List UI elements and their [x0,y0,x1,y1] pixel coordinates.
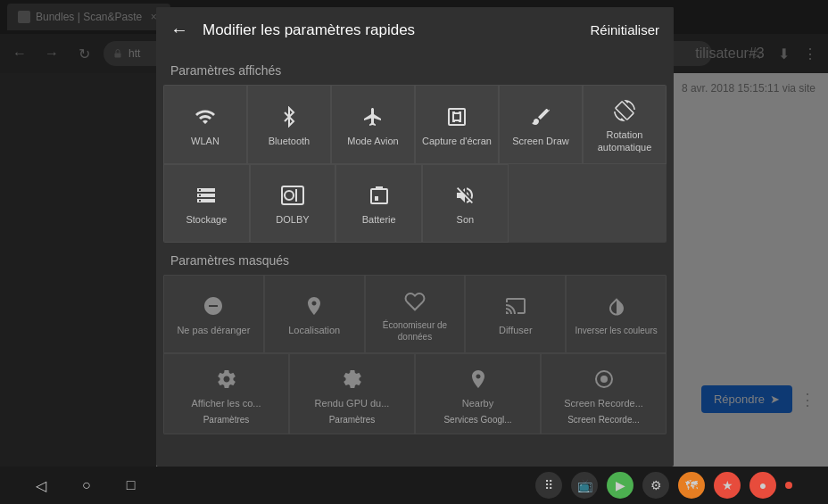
rotation-icon [612,98,637,123]
tile-airplane[interactable]: Mode Avion [331,85,415,164]
screendraw-icon [528,104,553,129]
svg-rect-6 [371,189,387,203]
tile-cast-label: Diffuser [499,324,533,336]
screenrecorder-icon [592,367,617,392]
svg-rect-5 [295,189,297,202]
cast-icon [503,293,528,318]
svg-rect-2 [453,113,460,120]
tile-screenrecorder-sublabel: Screen Recorde... [567,415,640,425]
tile-storage-label: Stockage [186,213,227,226]
tile-sound-label: Son [457,213,475,226]
tile-bluetooth[interactable]: Bluetooth [247,85,331,164]
notification-dot [785,482,792,489]
location-icon [302,293,327,318]
battery-icon [367,183,392,208]
tile-invert[interactable]: Inverser les couleurs [566,275,667,353]
android-recent-button[interactable]: □ [127,477,136,493]
displayed-row-2: Stockage DOLBY Batterie So [163,164,667,243]
svg-rect-1 [449,109,465,125]
svg-point-4 [285,191,294,200]
android-settings-icon[interactable]: ⚙ [642,472,669,499]
tile-rotation[interactable]: Rotation automatique [583,85,667,164]
tile-screendraw[interactable]: Screen Draw [499,85,583,164]
android-maps-icon[interactable]: 🗺 [678,472,705,499]
tile-dnd[interactable]: Ne pas déranger [163,275,264,353]
hidden-tiles-grid: Ne pas déranger Localisation Économiseur… [163,275,667,434]
wlan-icon [193,104,218,129]
empty-cell-1 [509,164,667,243]
tile-cast[interactable]: Diffuser [465,275,566,353]
hidden-row-2: Afficher les co... Paramètres Rendu GPU … [163,353,667,434]
tile-bluetooth-label: Bluetooth [269,135,310,147]
tile-nearby[interactable]: Nearby Services Googl... [415,353,541,434]
modal-reset-button[interactable]: Réinitialiser [590,22,659,37]
tile-nearby-sublabel: Services Googl... [443,415,511,425]
tile-screendraw-label: Screen Draw [512,135,569,147]
tile-screenrecorder-label: Screen Recorde... [564,397,643,409]
tile-screenshot[interactable]: Capture d'écran [415,85,499,164]
section-displayed-heading: Paramètres affichés [156,53,674,85]
tile-battery-label: Batterie [362,213,396,226]
airplane-icon [360,104,385,129]
sound-icon [452,183,477,208]
android-play-icon[interactable]: ▶ [607,472,633,499]
tile-rotation-label: Rotation automatique [589,128,660,154]
android-nav-buttons: ◁ ○ □ [36,477,135,494]
storage-icon [194,183,219,208]
displayed-row-1: WLAN Bluetooth Mode Avion [163,85,667,164]
gpurender-icon [340,367,365,392]
tile-wlan[interactable]: WLAN [163,85,247,164]
tile-gpurender-sublabel: Paramètres [329,415,376,425]
android-home-button[interactable]: ○ [82,477,91,493]
android-navbar: ◁ ○ □ ⠿ 📺 ▶ ⚙ 🗺 ★ ● [0,467,828,504]
tile-dolby-label: DOLBY [276,213,309,226]
tile-gpurender-label: Rendu GPU du... [315,397,390,409]
tile-storage[interactable]: Stockage [163,164,250,243]
tile-dolby[interactable]: DOLBY [250,164,336,243]
screenshot-icon [444,104,469,129]
android-chrome-icon[interactable]: ● [749,472,776,499]
displayed-tiles-grid: WLAN Bluetooth Mode Avion [163,85,667,243]
android-back-button[interactable]: ◁ [36,477,46,494]
tile-sound[interactable]: Son [422,164,509,243]
modal-title: Modifier les paramètres rapides [203,21,590,39]
nearby-icon [466,367,491,392]
datasaver-icon [402,289,427,314]
tile-location-label: Localisation [288,324,340,336]
tile-showapps-label: Afficher les co... [191,397,261,409]
modal-header: ← Modifier les paramètres rapides Réinit… [156,7,674,53]
tile-location[interactable]: Localisation [264,275,365,353]
tile-datasaver-label: Économiseur de données [371,319,460,343]
android-apps-button[interactable]: ⠿ [535,472,562,499]
tile-datasaver[interactable]: Économiseur de données [365,275,466,353]
hidden-row-1: Ne pas déranger Localisation Économiseur… [163,275,667,353]
tile-gpurender[interactable]: Rendu GPU du... Paramètres [289,353,415,434]
showapps-icon [214,367,239,392]
tile-airplane-label: Mode Avion [347,135,398,147]
android-screen-icon[interactable]: 📺 [571,472,598,499]
tile-showapps-sublabel: Paramètres [203,415,250,425]
tile-dnd-label: Ne pas déranger [177,324,250,336]
android-app-icon[interactable]: ★ [714,472,741,499]
tile-wlan-label: WLAN [191,135,219,147]
dolby-icon [280,183,305,208]
tile-screenrecorder[interactable]: Screen Recorde... Screen Recorde... [541,353,667,434]
android-system-icons: ⠿ 📺 ▶ ⚙ 🗺 ★ ● [535,472,792,499]
dnd-icon [201,293,226,318]
tile-showapps[interactable]: Afficher les co... Paramètres [163,353,289,434]
invert-icon [604,294,629,319]
tile-invert-label: Inverser les couleurs [575,325,657,336]
bluetooth-icon [277,104,302,129]
tile-screenshot-label: Capture d'écran [422,135,492,147]
quick-settings-modal: ← Modifier les paramètres rapides Réinit… [156,7,674,467]
tile-battery[interactable]: Batterie [335,164,422,243]
svg-point-8 [600,376,608,383]
modal-back-button[interactable]: ← [170,20,188,40]
section-hidden-heading: Paramètres masqués [156,243,674,275]
tile-nearby-label: Nearby [462,397,493,409]
